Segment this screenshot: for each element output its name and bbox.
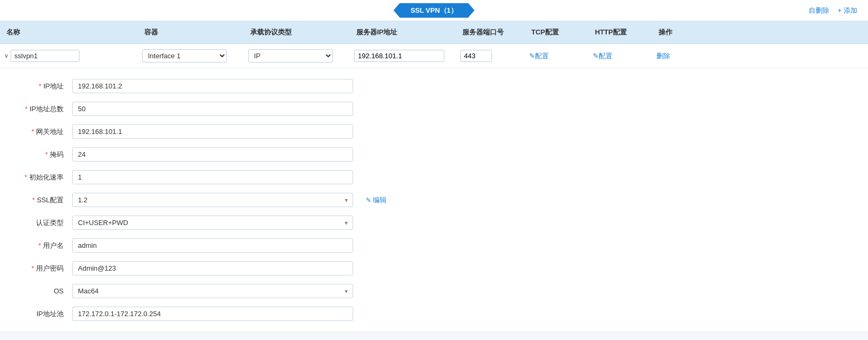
http-config-link[interactable]: ✎配置 — [593, 51, 612, 61]
name-input[interactable] — [11, 50, 80, 62]
form-row-auth: 认证类型 CI+USER+PWD — [0, 211, 868, 234]
ip-input[interactable] — [72, 79, 353, 93]
container-select[interactable]: Interface 1 — [142, 49, 227, 62]
port-input[interactable] — [460, 50, 492, 62]
label-password: 用户密码 — [11, 264, 64, 273]
label-username: 用户名 — [11, 241, 64, 250]
label-gateway: 网关地址 — [11, 127, 64, 137]
col-server-ip: 服务器IP地址 — [350, 25, 456, 39]
col-action: 操作 — [652, 25, 705, 39]
form-row-ssl: SSL配置 1.2 编辑 — [0, 189, 868, 211]
col-name: 名称 — [0, 25, 138, 39]
form-row-mask: 掩码 — [0, 143, 868, 166]
os-select-wrap: Mac64 — [72, 284, 353, 298]
ip-pool-input[interactable] — [72, 307, 353, 321]
col-protocol: 承载协议类型 — [244, 25, 350, 39]
gateway-input[interactable] — [72, 124, 353, 139]
page-title: SSL VPN（1） — [393, 3, 475, 18]
cell-action: 删除 — [652, 49, 705, 63]
label-ip-pool: IP地址池 — [11, 309, 64, 319]
col-tcp: TCP配置 — [525, 25, 589, 39]
form-row-ip-pool: IP地址池 — [0, 302, 868, 325]
auth-select-wrap: CI+USER+PWD — [72, 216, 353, 230]
protocol-select[interactable]: IP — [248, 49, 333, 62]
form-row-username: 用户名 — [0, 234, 868, 257]
cell-name: ∨ — [0, 48, 138, 64]
delete-link[interactable]: 自删除 — [809, 6, 829, 15]
form-row-ip: IP地址 — [0, 75, 868, 97]
label-auth: 认证类型 — [11, 218, 64, 228]
label-rate: 初始化速率 — [11, 173, 64, 182]
tcp-config-link[interactable]: ✎配置 — [529, 51, 549, 61]
mask-input[interactable] — [72, 147, 353, 162]
rate-input[interactable] — [72, 170, 353, 184]
top-header: SSL VPN（1） 自删除 + 添加 — [0, 0, 868, 21]
add-link[interactable]: + 添加 — [838, 6, 857, 15]
form-row-rate: 初始化速率 — [0, 166, 868, 189]
label-ip-total: IP地址总数 — [11, 104, 64, 114]
os-select[interactable]: Mac64 — [72, 284, 353, 298]
cell-port — [456, 48, 525, 64]
cell-protocol: IP — [244, 47, 350, 65]
form-row-os: OS Mac64 — [0, 280, 868, 302]
ssl-select-wrap: 1.2 — [72, 193, 353, 207]
form-row-gateway: 网关地址 — [0, 120, 868, 143]
table-header: 名称 容器 承载协议类型 服务器IP地址 服务器端口号 TCP配置 HTTP配置… — [0, 21, 868, 44]
detail-section: IP地址 IP地址总数 网关地址 掩码 初始化速率 SSL配置 1.2 编辑 认… — [0, 68, 868, 332]
col-port: 服务器端口号 — [456, 25, 525, 39]
cell-container: Interface 1 — [138, 47, 244, 65]
label-ip: IP地址 — [11, 82, 64, 91]
form-row-ip-total: IP地址总数 — [0, 97, 868, 120]
top-actions: 自删除 + 添加 — [809, 6, 857, 15]
form-row-password: 用户密码 — [0, 257, 868, 280]
server-ip-input[interactable] — [354, 50, 444, 62]
auth-select[interactable]: CI+USER+PWD — [72, 216, 353, 230]
ip-total-input[interactable] — [72, 102, 353, 116]
label-ssl: SSL配置 — [11, 195, 64, 205]
ssl-select[interactable]: 1.2 — [72, 193, 353, 207]
cell-http: ✎配置 — [589, 49, 652, 63]
expand-icon[interactable]: ∨ — [4, 52, 8, 59]
col-http: HTTP配置 — [589, 25, 652, 39]
label-os: OS — [11, 287, 64, 295]
row-delete-button[interactable]: 删除 — [656, 51, 670, 61]
col-container: 容器 — [138, 25, 244, 39]
password-input[interactable] — [72, 261, 353, 275]
username-input[interactable] — [72, 238, 353, 253]
label-mask: 掩码 — [11, 150, 64, 159]
ssl-edit-link[interactable]: 编辑 — [366, 195, 387, 205]
table-row: ∨ Interface 1 IP ✎配置 ✎配置 删除 — [0, 44, 868, 68]
cell-server-ip — [350, 48, 456, 64]
cell-tcp: ✎配置 — [525, 49, 589, 63]
